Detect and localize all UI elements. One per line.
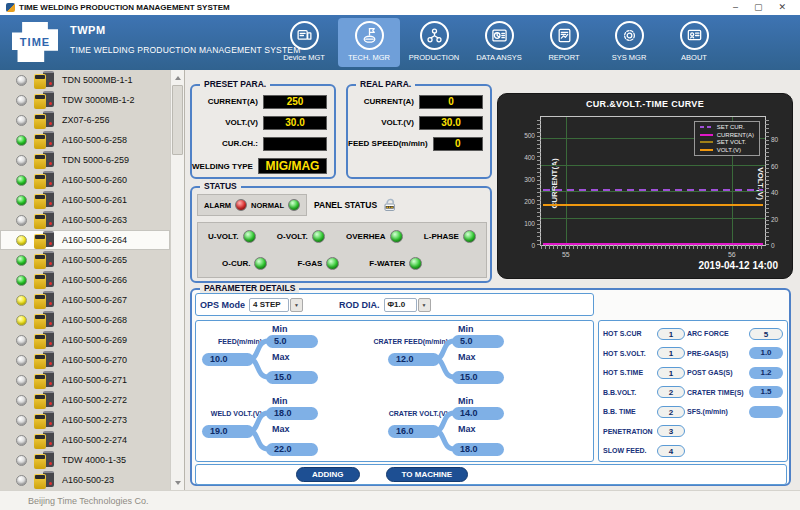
nav-item-device-mgt[interactable]: Device MGT bbox=[273, 18, 335, 67]
report-icon bbox=[550, 21, 579, 50]
legend-item: VOLT.(V) bbox=[700, 147, 754, 153]
step-param-value-2[interactable] bbox=[749, 406, 783, 418]
nav-item-label: Device MGT bbox=[283, 53, 325, 62]
step-param-value[interactable]: 2 bbox=[657, 386, 685, 398]
nav-item-sys-mgr[interactable]: SYS MGR bbox=[598, 18, 660, 67]
device-list-item[interactable]: A160-500-6-265 bbox=[0, 250, 170, 270]
normal-label: NORMAL bbox=[251, 201, 284, 210]
device-list-item[interactable]: TDN 5000-6-259 bbox=[0, 150, 170, 170]
minimize-button[interactable]: – bbox=[733, 0, 738, 15]
device-list-item[interactable]: A160-500-6-263 bbox=[0, 210, 170, 230]
device-list-item[interactable]: A160-500-6-264 bbox=[0, 230, 170, 250]
nav-item-production[interactable]: PRODUCTION bbox=[403, 18, 465, 67]
welder-front-unit bbox=[34, 254, 46, 269]
maximize-button[interactable]: ▢ bbox=[754, 0, 763, 15]
device-list-item[interactable]: A160-500-6-269 bbox=[0, 330, 170, 350]
device-list-item[interactable]: A160-500-2-273 bbox=[0, 410, 170, 430]
device-list-item[interactable]: A160-500-23 bbox=[0, 470, 170, 490]
min-value-pill[interactable]: 5.0 bbox=[266, 335, 318, 348]
real-current-label: CURRENT(A) bbox=[364, 97, 414, 106]
sidebar-scrollbar[interactable] bbox=[170, 70, 184, 490]
step-param-label: HOT S.TIME bbox=[603, 369, 655, 376]
device-list-item[interactable]: A160-500-6-258 bbox=[0, 130, 170, 150]
y-right-axis-title: VOLT.(V) bbox=[756, 149, 765, 219]
device-list-item[interactable]: ZX07-6-256 bbox=[0, 110, 170, 130]
step-param-value-2[interactable]: 1.5 bbox=[749, 386, 783, 398]
welder-machine-icon bbox=[33, 131, 56, 150]
nav-item-report[interactable]: REPORT bbox=[533, 18, 595, 67]
legend-swatch bbox=[700, 149, 713, 151]
y-right-minor-ticks bbox=[765, 117, 769, 245]
step-param-value[interactable]: 4 bbox=[657, 445, 685, 457]
step-param-value[interactable]: 1 bbox=[657, 367, 685, 379]
rod-dia-dropdown[interactable]: Φ1.0 ▼ bbox=[384, 298, 431, 312]
device-list-item[interactable]: A160-500-6-267 bbox=[0, 290, 170, 310]
device-list-item[interactable]: A160-500-2-272 bbox=[0, 390, 170, 410]
device-list-item[interactable]: A160-500-6-261 bbox=[0, 190, 170, 210]
step-param-value[interactable]: 1 bbox=[657, 328, 685, 340]
ops-mode-value[interactable]: 4 STEP bbox=[249, 298, 289, 312]
step-param-value-2[interactable]: 1.2 bbox=[749, 367, 783, 379]
current-value-pill[interactable]: 10.0 bbox=[202, 353, 254, 366]
chart-title: CUR.&VOLT.-TIME CURVE bbox=[498, 99, 792, 109]
device-status-dot-online bbox=[16, 135, 27, 146]
device-status-dot-offline bbox=[16, 455, 27, 466]
welding-type-label: WELDING TYPE bbox=[192, 162, 253, 171]
nav-item-data-ansys[interactable]: DATA ANSYS bbox=[468, 18, 530, 67]
rod-dia-value[interactable]: Φ1.0 bbox=[384, 298, 417, 312]
device-name: A160-500-6-267 bbox=[62, 295, 127, 305]
real-panel-title: REAL PARA. bbox=[356, 79, 415, 89]
step-param-row: PENETRATION3 bbox=[603, 425, 783, 438]
current-value-pill[interactable]: 12.0 bbox=[388, 353, 440, 366]
current-value-pill[interactable]: 16.0 bbox=[388, 425, 440, 438]
device-list-item[interactable]: TDW 4000-1-35 bbox=[0, 450, 170, 470]
device-status-dot-offline bbox=[16, 335, 27, 346]
max-label: Max bbox=[458, 352, 476, 362]
min-value-pill[interactable]: 14.0 bbox=[452, 407, 504, 420]
step-param-value[interactable]: 2 bbox=[657, 406, 685, 418]
step-param-value[interactable]: 1 bbox=[657, 347, 685, 359]
welder-machine-icon bbox=[33, 451, 56, 470]
welder-front-unit bbox=[34, 374, 46, 389]
max-value-pill[interactable]: 18.0 bbox=[452, 443, 504, 456]
step-param-value-2[interactable]: 1.0 bbox=[749, 347, 783, 359]
device-list-item[interactable]: TDW 3000MB-1-2 bbox=[0, 90, 170, 110]
device-list-item[interactable]: TDN 5000MB-1-1 bbox=[0, 70, 170, 90]
close-button[interactable]: ✕ bbox=[778, 0, 786, 15]
rod-dia-dropdown-arrow-icon[interactable]: ▼ bbox=[418, 298, 431, 312]
scrollbar-down-arrow-icon[interactable] bbox=[171, 477, 184, 489]
max-value-pill[interactable]: 15.0 bbox=[266, 371, 318, 384]
current-value-pill[interactable]: 19.0 bbox=[202, 425, 254, 438]
ops-mode-dropdown[interactable]: 4 STEP ▼ bbox=[249, 298, 303, 312]
scrollbar-up-arrow-icon[interactable] bbox=[171, 71, 184, 83]
y-left-tick-label: 200 bbox=[524, 197, 535, 204]
device-list-item[interactable]: A160-500-6-268 bbox=[0, 310, 170, 330]
device-list-item[interactable]: A160-500-6-260 bbox=[0, 170, 170, 190]
nav-item-about[interactable]: ABOUT bbox=[663, 18, 725, 67]
device-status-dot-offline bbox=[16, 115, 27, 126]
step-param-value-2[interactable]: 5 bbox=[749, 328, 783, 340]
device-list-item[interactable]: A160-500-6-271 bbox=[0, 370, 170, 390]
production-icon bbox=[420, 21, 449, 50]
device-list-item[interactable]: A160-500-2-274 bbox=[0, 430, 170, 450]
fault-indicators-box: U-VOLT.O-VOLT.OVERHEAL-PHASE O-CUR.F-GAS… bbox=[197, 222, 487, 278]
adding-button[interactable]: ADDING bbox=[296, 467, 360, 482]
ops-bar: OPS Mode 4 STEP ▼ ROD DIA. Φ1.0 ▼ bbox=[195, 293, 594, 316]
device-name: A160-500-6-264 bbox=[62, 235, 127, 245]
min-value-pill[interactable]: 18.0 bbox=[266, 407, 318, 420]
to-machine-button[interactable]: TO MACHINE bbox=[386, 467, 469, 482]
max-value-pill[interactable]: 22.0 bbox=[266, 443, 318, 456]
nav-item-tech-mgr[interactable]: TECH. MGR bbox=[338, 18, 400, 67]
indicator-row-2: O-CUR.F-GASF-WATER bbox=[198, 250, 486, 277]
welder-machine-icon bbox=[33, 311, 56, 330]
max-value-pill[interactable]: 15.0 bbox=[452, 371, 504, 384]
preset-panel-title: PRESET PARA. bbox=[200, 79, 270, 89]
real-volt-row: VOLT.(V) 30.0 bbox=[348, 115, 490, 130]
ops-mode-dropdown-arrow-icon[interactable]: ▼ bbox=[290, 298, 303, 312]
app-window: TIME WELDING PRODUCTION MANAGEMENT SYSTE… bbox=[0, 0, 800, 510]
min-value-pill[interactable]: 5.0 bbox=[452, 335, 504, 348]
device-list-item[interactable]: A160-500-6-270 bbox=[0, 350, 170, 370]
device-list-item[interactable]: A160-500-6-266 bbox=[0, 270, 170, 290]
scrollbar-thumb[interactable] bbox=[172, 85, 183, 155]
step-param-value[interactable]: 3 bbox=[657, 425, 685, 437]
